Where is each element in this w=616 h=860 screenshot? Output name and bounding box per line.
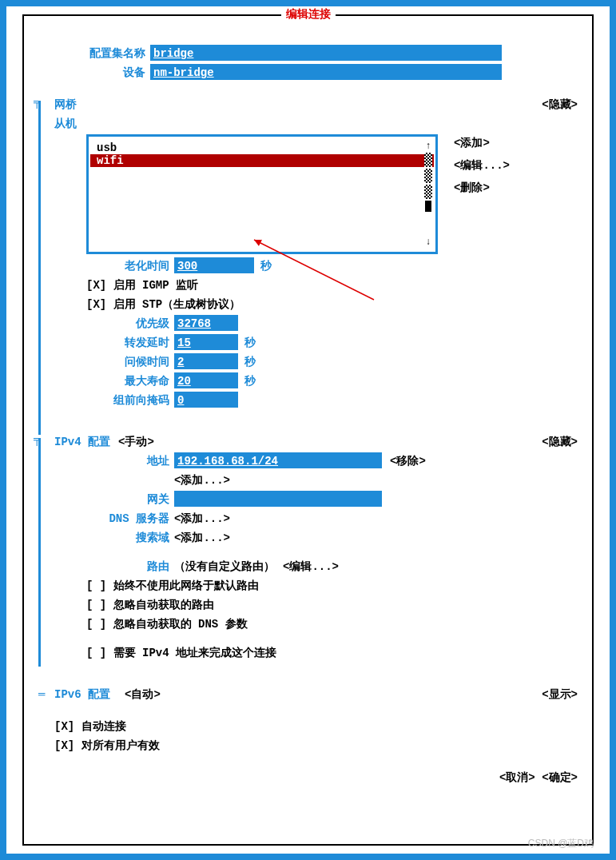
priority-label: 优先级 [38,315,174,332]
auto-connect-checkbox[interactable]: [X] 自动连接 [54,718,126,735]
max-age-input[interactable]: 20 [174,372,238,388]
max-age-label: 最大寿命 [38,372,174,390]
ipv4-address-remove-button[interactable]: <移除> [390,452,426,470]
scroll-down-icon[interactable]: ↓ [425,237,431,247]
ipv4-address-input[interactable]: 192.168.68.1/24 [174,452,382,468]
ipv4-dns-add-button[interactable]: <添加...> [174,510,230,528]
bridge-hide-button[interactable]: <隐藏> [542,96,578,113]
aging-input[interactable]: 300 [174,257,254,273]
ipv6-mode-select[interactable]: <自动> [125,686,161,703]
ipv6-section-label: IPv6 配置 [54,686,110,703]
hello-label: 问候时间 [38,353,174,371]
group-mask-input[interactable]: 0 [174,392,238,408]
ipv4-dns-label: DNS 服务器 [38,510,174,528]
slave-edit-button[interactable]: <编辑...> [454,158,510,173]
slave-item-wifi[interactable]: wifi [90,154,434,167]
fwd-delay-input[interactable]: 15 [174,334,238,350]
max-age-unit: 秒 [244,372,256,390]
hello-input[interactable]: 2 [174,353,238,369]
cancel-button[interactable]: <取消> [499,771,535,784]
ok-button[interactable]: <确定> [542,771,578,784]
profile-name-input[interactable]: bridge [150,45,502,61]
group-mask-label: 组前向掩码 [38,392,174,409]
device-input[interactable]: nm-bridge [150,64,502,80]
profile-name-label: 配置集名称 [38,45,150,62]
scroll-thumb[interactable] [425,201,431,212]
priority-input[interactable]: 32768 [174,315,238,331]
igmp-checkbox[interactable]: [X] 启用 IGMP 监听 [86,277,198,294]
ipv4-routes-none: （没有自定义路由） [174,558,275,575]
watermark: CSDN @蓝D鸡 [528,837,594,850]
stp-checkbox[interactable]: [X] 启用 STP（生成树协议） [86,296,240,313]
all-users-checkbox[interactable]: [X] 对所有用户有效 [54,737,160,754]
require-ipv4-checkbox[interactable]: [ ] 需要 IPv4 地址来完成这个连接 [86,644,276,662]
fwd-delay-label: 转发延时 [38,334,174,352]
ipv4-gateway-label: 网关 [38,491,174,508]
fwd-delay-unit: 秒 [244,334,256,352]
bridge-section-label: 网桥 [54,96,77,113]
slaves-scrollbar[interactable]: ↑ ↓ [423,141,433,247]
never-default-checkbox[interactable]: [ ] 始终不使用此网络于默认路由 [86,577,259,595]
ipv4-gateway-input[interactable] [174,491,382,507]
ignore-routes-checkbox[interactable]: [ ] 忽略自动获取的路由 [86,596,214,614]
hello-unit: 秒 [244,353,256,371]
ipv4-mode-select[interactable]: <手动> [118,433,154,451]
ipv4-hide-button[interactable]: <隐藏> [542,433,578,451]
slave-add-button[interactable]: <添加> [454,136,510,150]
slave-item-usb[interactable]: usb [90,141,434,154]
aging-unit: 秒 [260,257,272,275]
slave-delete-button[interactable]: <删除> [454,181,510,195]
scroll-up-icon[interactable]: ↑ [425,141,431,151]
device-label: 设备 [38,64,150,82]
slaves-listbox[interactable]: usb wifi ↑ ↓ [86,134,438,254]
ipv4-search-add-button[interactable]: <添加...> [174,529,230,547]
ipv4-routes-label: 路由 [38,558,174,575]
ipv4-section-label: IPv4 配置 [54,433,110,451]
dialog-title: 编辑连接 [281,7,336,22]
ignore-dns-checkbox[interactable]: [ ] 忽略自动获取的 DNS 参数 [86,615,248,633]
ipv4-address-label: 地址 [38,452,174,470]
ipv6-show-button[interactable]: <显示> [542,686,578,703]
aging-label: 老化时间 [38,257,174,275]
ipv4-address-add-button[interactable]: <添加...> [174,472,230,489]
slaves-label: 从机 [54,115,77,133]
ipv4-routes-edit-button[interactable]: <编辑...> [283,558,339,575]
ipv4-search-label: 搜索域 [38,529,174,547]
